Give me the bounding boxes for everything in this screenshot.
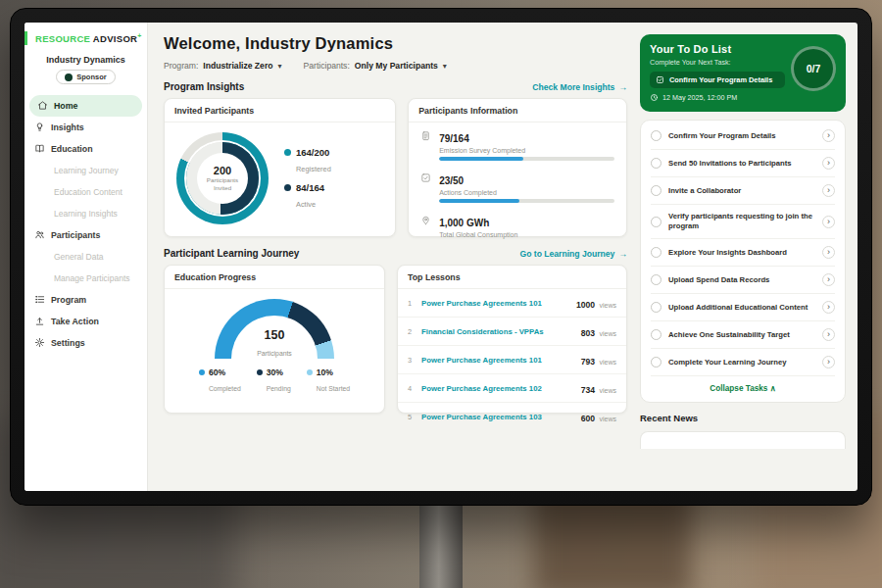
arrow-right-icon: → bbox=[618, 82, 627, 92]
people-icon bbox=[34, 229, 45, 240]
sponsor-badge[interactable]: Sponsor bbox=[56, 70, 115, 84]
chevron-right-icon[interactable]: › bbox=[822, 328, 835, 341]
sidebar-item-learning-insights[interactable]: Learning Insights bbox=[24, 203, 147, 224]
chevron-down-icon: ▾ bbox=[443, 62, 447, 71]
task-row[interactable]: Invite a Collaborator › bbox=[651, 177, 835, 205]
brand-logo-plus: + bbox=[137, 32, 141, 39]
chevron-right-icon[interactable]: › bbox=[822, 216, 835, 228]
lesson-link[interactable]: Power Purchase Agreements 101 bbox=[421, 299, 569, 308]
chevron-right-icon[interactable]: › bbox=[822, 246, 835, 259]
participants-filter[interactable]: Participants: Only My Participants ▾ bbox=[304, 61, 447, 71]
next-task-chip[interactable]: Confirm Your Program Details bbox=[650, 72, 785, 88]
task-row[interactable]: Upload Spend Data Records › bbox=[651, 267, 835, 294]
task-row[interactable]: Explore Your Insights Dashboard › bbox=[651, 239, 835, 267]
program-filter[interactable]: Program: Industrialize Zero ▾ bbox=[164, 61, 282, 71]
sidebar-item-education[interactable]: Education bbox=[24, 138, 147, 160]
brand-logo-primary: RESOURCE bbox=[35, 33, 90, 44]
task-checkbox[interactable] bbox=[651, 329, 662, 340]
top-lessons-card: Top Lessons 1 Power Purchase Agreements … bbox=[397, 265, 627, 414]
page-title: Welcome, Industry Dynamics bbox=[164, 34, 627, 53]
task-row[interactable]: Send 50 Invitations to Participants › bbox=[651, 150, 835, 177]
chevron-right-icon[interactable]: › bbox=[822, 157, 835, 170]
legend-registered: 164/200 Registered bbox=[284, 147, 331, 175]
task-row[interactable]: Complete Your Learning Journey › bbox=[651, 349, 835, 376]
sidebar-item-settings[interactable]: Settings bbox=[24, 332, 147, 354]
education-progress-card: Education Progress 150 Participants 60% … bbox=[164, 265, 385, 414]
go-to-learning-journey-link[interactable]: Go to Learning Journey → bbox=[519, 249, 627, 259]
lesson-link[interactable]: Financial Considerations - VPPAs bbox=[421, 327, 574, 336]
stat-actions-completed: 23/50 Actions Completed bbox=[409, 165, 626, 207]
task-checkbox[interactable] bbox=[651, 130, 662, 141]
actions-progress-bar bbox=[439, 199, 614, 203]
card-title: Invited Participants bbox=[165, 99, 395, 122]
stat-global-consumption: 1,000 GWh Total Global Consumption bbox=[409, 207, 626, 245]
lesson-link[interactable]: Power Purchase Agreements 102 bbox=[421, 384, 574, 393]
chevron-right-icon[interactable]: › bbox=[822, 184, 835, 197]
sidebar-item-home[interactable]: Home bbox=[29, 95, 142, 117]
sidebar-item-label: Settings bbox=[51, 338, 85, 348]
sidebar-item-education-content[interactable]: Education Content bbox=[24, 181, 147, 203]
chevron-down-icon: ▾ bbox=[278, 62, 282, 71]
progress-fill bbox=[439, 199, 519, 203]
monitor-stand bbox=[419, 502, 463, 588]
chevron-right-icon[interactable]: › bbox=[822, 273, 835, 286]
stat-emission-survey: 79/164 Emission Survey Completed bbox=[409, 122, 626, 165]
sidebar-item-program[interactable]: Program bbox=[24, 289, 147, 311]
sidebar-item-general-data[interactable]: General Data bbox=[24, 246, 147, 268]
task-checkbox[interactable] bbox=[651, 158, 662, 169]
sidebar-item-insights[interactable]: Insights bbox=[24, 117, 147, 138]
task-row[interactable]: Verify participants requesting to join t… bbox=[651, 205, 835, 239]
lesson-link[interactable]: Power Purchase Agreements 103 bbox=[421, 413, 574, 421]
book-icon bbox=[34, 143, 45, 154]
check-more-insights-link[interactable]: Check More Insights → bbox=[532, 82, 627, 92]
insights-cards-row: Invited Participants 200 Participants In… bbox=[164, 98, 627, 237]
brand-logo-secondary: ADVISOR bbox=[93, 33, 137, 44]
task-checkbox[interactable] bbox=[651, 357, 662, 368]
task-checkbox[interactable] bbox=[651, 247, 662, 258]
bulb-icon bbox=[34, 122, 45, 132]
sidebar-item-participants[interactable]: Participants bbox=[24, 224, 147, 246]
legend-dot-not-started bbox=[307, 369, 313, 375]
section-title: Program Insights bbox=[164, 81, 244, 92]
actions-icon bbox=[420, 172, 431, 183]
sidebar-item-manage-participants[interactable]: Manage Participants bbox=[24, 268, 147, 289]
survey-progress-bar bbox=[439, 157, 614, 161]
todo-summary-card: Your To Do List Complete Your Next Task:… bbox=[640, 34, 846, 112]
task-row[interactable]: Confirm Your Program Details › bbox=[651, 122, 835, 150]
list-icon bbox=[34, 294, 45, 305]
invited-legend: 164/200 Registered 84/164 Active bbox=[284, 140, 331, 218]
participants-information-card: Participants Information 79/164 Emission… bbox=[408, 98, 627, 237]
sidebar-item-learning-journey[interactable]: Learning Journey bbox=[24, 160, 147, 181]
card-title: Education Progress bbox=[165, 266, 384, 289]
lesson-link[interactable]: Power Purchase Agreements 101 bbox=[421, 356, 574, 365]
collapse-tasks-link[interactable]: Collapse Tasks ∧ bbox=[651, 376, 835, 396]
recent-news-card bbox=[640, 431, 846, 449]
chevron-right-icon[interactable]: › bbox=[822, 129, 835, 142]
legend-active: 84/164 Active bbox=[284, 182, 331, 211]
org-name: Industry Dynamics bbox=[24, 55, 147, 65]
legend-dot-registered bbox=[284, 149, 291, 156]
task-checkbox[interactable] bbox=[651, 274, 662, 285]
org-block: Industry Dynamics Sponsor bbox=[24, 55, 147, 85]
learning-journey-header: Participant Learning Journey Go to Learn… bbox=[164, 248, 627, 259]
sidebar-item-label: Program bbox=[51, 295, 86, 305]
task-row[interactable]: Upload Additional Educational Content › bbox=[651, 294, 835, 321]
lesson-row: 5 Power Purchase Agreements 103 600 view… bbox=[398, 403, 626, 430]
sidebar-item-label: Participants bbox=[51, 230, 100, 240]
education-legend: 60% Completed 30% Pending 10% Not Starte… bbox=[165, 368, 384, 395]
arrow-right-icon: → bbox=[618, 249, 627, 259]
chevron-right-icon[interactable]: › bbox=[822, 301, 835, 314]
task-checkbox[interactable] bbox=[651, 185, 662, 196]
task-row[interactable]: Achieve One Sustainability Target › bbox=[651, 321, 835, 349]
program-filter-value: Industrialize Zero bbox=[203, 61, 272, 71]
task-checkbox[interactable] bbox=[651, 217, 662, 227]
participants-filter-value: Only My Participants bbox=[355, 61, 438, 71]
invited-participants-card: Invited Participants 200 Participants In… bbox=[164, 98, 396, 237]
card-title: Participants Information bbox=[409, 99, 626, 122]
task-checkbox[interactable] bbox=[651, 302, 662, 313]
arrow-up-icon bbox=[34, 316, 45, 326]
chevron-right-icon[interactable]: › bbox=[822, 356, 835, 368]
journey-cards-row: Education Progress 150 Participants 60% … bbox=[164, 265, 627, 414]
brand-logo: RESOURCE ADVISOR+ bbox=[24, 31, 147, 45]
sidebar-item-take-action[interactable]: Take Action bbox=[24, 311, 147, 332]
